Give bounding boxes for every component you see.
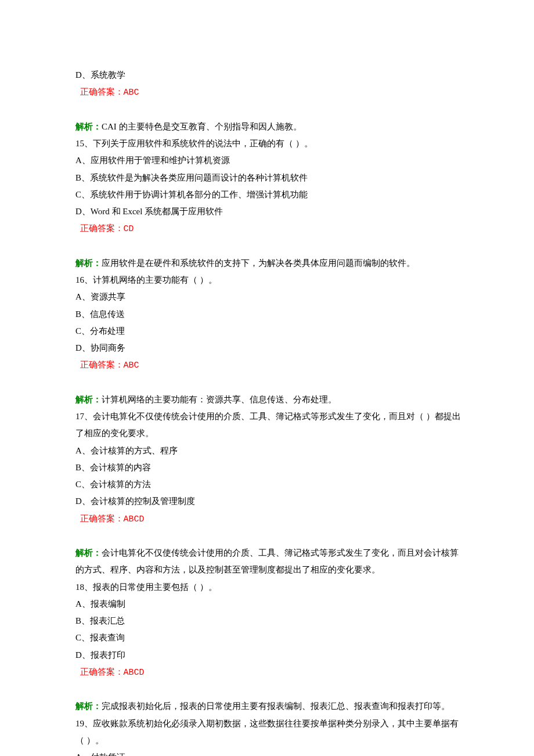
text-line: A、会计核算的方式、程序 [75, 442, 464, 459]
answer-value: CD [124, 224, 134, 234]
text-line: C、报表查询 [75, 629, 464, 646]
text-line: D、系统教学 [75, 67, 464, 84]
blank-line [75, 375, 464, 391]
correct-answer-line: 正确答案：ABC [75, 357, 464, 374]
text-line: 15、下列关于应用软件和系统软件的说法中，正确的有（ ）。 [75, 135, 464, 152]
answer-label: 正确答案： [80, 514, 124, 523]
analysis-text: 应用软件是在硬件和系统软件的支持下，为解决各类具体应用问题而编制的软件。 [102, 258, 415, 268]
document-page: D、系统教学正确答案：ABC解析：CAI 的主要特色是交互教育、个别指导和因人施… [0, 0, 534, 756]
text-line: 16、计算机网络的主要功能有（ ）。 [75, 272, 464, 289]
text-line: C、系统软件用于协调计算机各部分的工作、增强计算机功能 [75, 186, 464, 203]
analysis-text: 计算机网络的主要功能有：资源共享、信息传送、分布处理。 [102, 395, 337, 404]
answer-label: 正确答案： [80, 224, 124, 233]
answer-value: ABC [124, 361, 139, 370]
answer-label: 正确答案： [80, 87, 124, 96]
text-line: D、Word 和 Excel 系统都属于应用软件 [75, 203, 464, 220]
analysis-label: 解析： [75, 258, 102, 268]
text-line: B、会计核算的内容 [75, 459, 464, 476]
analysis-label: 解析： [75, 701, 102, 711]
text-line: A、付款凭证 [75, 749, 464, 756]
analysis-line: 解析：会计电算化不仅使传统会计使用的介质、工具、簿记格式等形式发生了变化，而且对… [75, 545, 464, 579]
answer-value: ABCD [124, 514, 145, 524]
text-line: B、系统软件是为解决各类应用问题而设计的各种计算机软件 [75, 170, 464, 186]
analysis-text: 完成报表初始化后，报表的日常使用主要有报表编制、报表汇总、报表查询和报表打印等。 [102, 701, 450, 711]
blank-line [75, 681, 464, 698]
text-line: 18、报表的日常使用主要包括（ ）。 [75, 579, 464, 596]
analysis-label: 解析： [75, 395, 102, 404]
correct-answer-line: 正确答案：ABC [75, 84, 464, 101]
analysis-line: 解析：CAI 的主要特色是交互教育、个别指导和因人施教。 [75, 118, 464, 135]
analysis-label: 解析： [75, 548, 102, 557]
blank-line [75, 238, 464, 255]
text-line: 19、应收账款系统初始化必须录入期初数据，这些数据往往要按单据种类分别录入，其中… [75, 715, 464, 750]
blank-line [75, 528, 464, 545]
answer-value: ABC [124, 88, 139, 98]
analysis-line: 解析：应用软件是在硬件和系统软件的支持下，为解决各类具体应用问题而编制的软件。 [75, 255, 464, 272]
text-line: D、协同商务 [75, 340, 464, 357]
text-line: D、会计核算的控制及管理制度 [75, 493, 464, 510]
correct-answer-line: 正确答案：ABCD [75, 664, 464, 681]
text-line: B、报表汇总 [75, 613, 464, 629]
answer-value: ABCD [124, 668, 145, 678]
text-line: 17、会计电算化不仅使传统会计使用的介质、工具、簿记格式等形式发生了变化，而且对… [75, 408, 464, 442]
answer-label: 正确答案： [80, 360, 124, 369]
text-line: A、报表编制 [75, 596, 464, 613]
correct-answer-line: 正确答案：ABCD [75, 510, 464, 528]
text-line: B、信息传送 [75, 306, 464, 323]
analysis-text: 会计电算化不仅使传统会计使用的介质、工具、簿记格式等形式发生了变化，而且对会计核… [75, 548, 459, 574]
text-line: C、会计核算的方法 [75, 476, 464, 493]
analysis-text: CAI 的主要特色是交互教育、个别指导和因人施教。 [102, 122, 302, 131]
analysis-label: 解析： [75, 122, 102, 131]
text-line: A、应用软件用于管理和维护计算机资源 [75, 152, 464, 169]
text-line: D、报表打印 [75, 647, 464, 664]
correct-answer-line: 正确答案：CD [75, 220, 464, 237]
analysis-line: 解析：计算机网络的主要功能有：资源共享、信息传送、分布处理。 [75, 391, 464, 408]
text-line: A、资源共享 [75, 289, 464, 305]
analysis-line: 解析：完成报表初始化后，报表的日常使用主要有报表编制、报表汇总、报表查询和报表打… [75, 698, 464, 715]
answer-label: 正确答案： [80, 667, 124, 676]
text-line: C、分布处理 [75, 323, 464, 340]
blank-line [75, 102, 464, 118]
